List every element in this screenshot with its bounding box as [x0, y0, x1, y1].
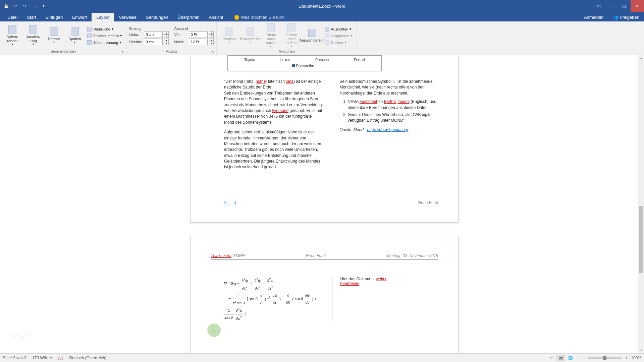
spacing-after-down[interactable]: ▾: [209, 42, 214, 45]
zoom-out-button[interactable]: −: [581, 355, 586, 361]
spacing-before-up[interactable]: ▴: [209, 31, 214, 35]
document-area[interactable]: Toyota Lexus Porsche Ferrari Datenreihe …: [0, 55, 644, 353]
ribbon-display-icon[interactable]: ▭: [594, 0, 604, 12]
status-words[interactable]: 173 Wörter: [32, 356, 52, 360]
align-icon: [325, 27, 329, 32]
spacing-before-down[interactable]: ▾: [209, 35, 214, 38]
footnote-reference-badge: 1: [207, 323, 221, 337]
qat-customize-icon[interactable]: ▼: [40, 3, 47, 9]
position-button[interactable]: Position▼: [219, 23, 239, 49]
tab-ansicht[interactable]: Ansicht: [204, 13, 228, 21]
wrap-text-button[interactable]: Textumbruch▼: [240, 23, 260, 49]
redo-icon[interactable]: ↷: [21, 3, 28, 9]
spacing-before-input[interactable]: [189, 31, 208, 38]
status-language[interactable]: Deutsch (Österreich): [69, 356, 106, 360]
ribbon: Seiten- ränder▼ Ausrich-tung▼ Format▼ Sp…: [0, 21, 644, 55]
scroll-down-icon[interactable]: ▾: [638, 347, 644, 353]
position-icon: [225, 27, 233, 36]
align-button[interactable]: Ausrichten▾: [323, 26, 354, 32]
status-page[interactable]: Seite 2 von 3: [3, 356, 26, 360]
size-button[interactable]: Format▼: [44, 23, 64, 49]
bring-forward-icon: [267, 23, 275, 32]
minimize-button[interactable]: —: [604, 0, 617, 12]
zoom-in-button[interactable]: +: [624, 355, 629, 361]
read-mode-button[interactable]: ▭: [547, 355, 556, 361]
indent--rechts-input[interactable]: [144, 39, 163, 45]
close-button[interactable]: ✕: [631, 0, 644, 12]
print-layout-button[interactable]: ▤: [556, 355, 565, 361]
indent-right-down[interactable]: ▾: [164, 42, 169, 45]
para-3: Aufgrund seiner verhältnismäßigen Nähe i…: [224, 129, 323, 170]
touch-mode-icon[interactable]: ⬚: [31, 3, 38, 9]
text-column-right: Sein astronomisches Symbol ☾ ist die abn…: [333, 79, 438, 170]
group-label-page-setup: Seite einrichten: [3, 49, 123, 53]
group-arrange: Position▼ Textumbruch▼ Ebene nach vorne▼…: [217, 21, 357, 55]
undo-icon[interactable]: ↶: [12, 3, 19, 9]
tab-entwurf[interactable]: Entwurf: [67, 13, 92, 21]
paragraph-dialog-icon[interactable]: ⬊: [212, 50, 216, 54]
share-label: Freigeben: [620, 15, 639, 20]
share-button[interactable]: 👥Freigeben: [608, 13, 644, 21]
footnote-number: 1: [213, 328, 215, 332]
maximize-button[interactable]: ▢: [617, 0, 631, 12]
title-bar: 💾 ↶ ↷ ⬚ ▼ Dokument1.docx - Word ▭ — ▢ ✕: [0, 0, 644, 12]
tell-me[interactable]: Was möchten Sie tun?: [234, 15, 284, 21]
tab-sendungen[interactable]: Sendungen: [141, 13, 173, 21]
document-title: Dokument1.docx - Word: [299, 4, 345, 9]
group-objects-button[interactable]: Gruppieren▾: [323, 33, 354, 39]
spacing-after-input[interactable]: [189, 39, 208, 45]
header-date: Montag, 02. November 2015: [387, 253, 438, 258]
sign-in-button[interactable]: Anmelden: [579, 13, 608, 21]
status-proofing-icon[interactable]: 📖: [58, 356, 63, 360]
text-cursor: [330, 129, 330, 134]
zoom-slider-thumb[interactable]: [603, 356, 606, 360]
page-2-header: Thinksecret GMBH Rene Fürst Montag, 02. …: [211, 252, 438, 260]
indent-left-down[interactable]: ▾: [164, 35, 169, 38]
margins-icon: [8, 25, 16, 34]
tab-einfuegen[interactable]: Einfügen: [41, 13, 67, 21]
tab-verweise[interactable]: Verweise: [114, 13, 141, 21]
tab-ueberpruefen[interactable]: Überprüfen: [173, 13, 204, 21]
selection-pane-button[interactable]: Auswahlbereich: [303, 23, 322, 49]
page-setup-dialog-icon[interactable]: ⬊: [121, 50, 125, 54]
tab-start[interactable]: Start: [22, 13, 41, 21]
web-layout-button[interactable]: 🌐: [566, 355, 575, 361]
indent-left-up[interactable]: ▴: [164, 31, 169, 35]
footer-author: Rene Fürst: [418, 200, 438, 205]
group-page-setup: Seiten- ränder▼ Ausrich-tung▼ Format▼ Sp…: [0, 21, 126, 55]
save-icon[interactable]: 💾: [3, 3, 9, 9]
chart-cat-1: Lexus: [280, 58, 290, 62]
scrollbar-thumb[interactable]: [639, 206, 643, 273]
indent-left-input[interactable]: [144, 31, 163, 38]
bring-forward-button[interactable]: Ebene nach vorne▼: [261, 23, 280, 49]
columns-button[interactable]: Spalten▼: [65, 23, 85, 49]
indent-right-up[interactable]: ▴: [164, 39, 169, 42]
text-column-left: "Der Mond (mhd. mâne; lateinisch luna) i…: [224, 79, 323, 170]
breaks-button[interactable]: Umbrüche▾: [86, 26, 123, 32]
para-2: Seit den Entdeckungen von Trabanten bei …: [224, 90, 323, 125]
orientation-button[interactable]: Ausrich-tung▼: [23, 23, 43, 49]
tab-layout[interactable]: Layout: [92, 13, 114, 21]
group-icon: [325, 34, 329, 38]
line-numbers-button[interactable]: Zeilennummern▾: [86, 33, 123, 39]
header-author: Rene Fürst: [306, 253, 326, 258]
zoom-slider[interactable]: [588, 357, 622, 359]
scroll-up-icon[interactable]: ▴: [638, 55, 644, 61]
para-4: Sein astronomisches Symbol ☾ ist die abn…: [340, 79, 438, 96]
send-backward-button[interactable]: Ebene nach hinten▼: [282, 23, 301, 49]
breaks-icon: [87, 27, 92, 32]
tab-datei[interactable]: Datei: [3, 13, 22, 21]
spacing-after-up[interactable]: ▴: [209, 39, 214, 42]
view-buttons: ▭ ▤ 🌐: [547, 355, 575, 361]
margins-button[interactable]: Seiten- ränder▼: [3, 23, 22, 49]
zoom-level[interactable]: 100%: [631, 356, 641, 360]
chart-cat-2: Porsche: [315, 58, 329, 62]
send-backward-icon: [287, 23, 296, 32]
rotate-button[interactable]: Drehen▾: [323, 40, 354, 46]
orientation-icon: [29, 25, 37, 34]
source-link[interactable]: https://de.wikipedia.org: [367, 127, 409, 132]
indent-left-label: Links:: [129, 33, 143, 37]
hyphenation-button[interactable]: Silbentrennung▾: [86, 40, 123, 46]
text-columns: "Der Mond (mhd. mâne; lateinisch luna) i…: [224, 79, 438, 170]
vertical-scrollbar[interactable]: ▴ ▾: [638, 55, 644, 353]
